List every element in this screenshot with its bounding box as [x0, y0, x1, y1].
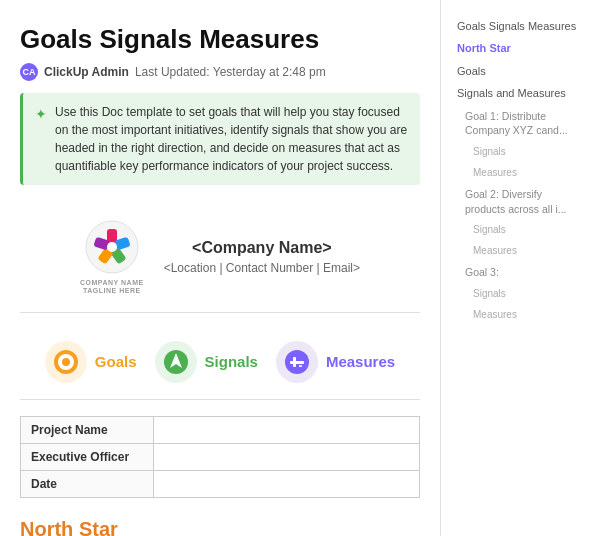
info-box: ✦ Use this Doc template to set goals tha… [20, 93, 420, 185]
avatar: CA [20, 63, 38, 81]
info-table: Project NameExecutive OfficerDate [20, 416, 420, 498]
table-row: Executive Officer [21, 443, 420, 470]
signals-icon [162, 348, 190, 376]
page-title: Goals Signals Measures [20, 24, 420, 55]
company-info: <Company Name> <Location | Contact Numbe… [164, 239, 360, 275]
icons-row: Goals Signals Measures [20, 329, 420, 400]
measures-label: Measures [326, 353, 395, 370]
sidebar-item[interactable]: North Star [451, 38, 590, 59]
svg-point-6 [107, 242, 117, 252]
sidebar-item[interactable]: Goals Signals Measures [451, 16, 590, 37]
sidebar-item[interactable]: Goal 1: Distribute Company XYZ cand... [451, 106, 590, 141]
sidebar-item[interactable]: Signals and Measures [451, 83, 590, 104]
author-name: ClickUp Admin [44, 65, 129, 79]
meta-row: CA ClickUp Admin Last Updated: Yesterday… [20, 63, 420, 81]
sidebar-item[interactable]: Signals [451, 284, 590, 304]
table-value [154, 443, 420, 470]
sidebar-item[interactable]: Goals [451, 61, 590, 82]
company-details: <Location | Contact Number | Email> [164, 261, 360, 275]
last-updated: Last Updated: Yesterday at 2:48 pm [135, 65, 326, 79]
sidebar-item[interactable]: Measures [451, 305, 590, 325]
table-value [154, 470, 420, 497]
signals-label: Signals [205, 353, 258, 370]
logo-text: COMPANY NAME TAGLINE HERE [80, 279, 144, 296]
svg-rect-19 [299, 365, 302, 367]
info-icon: ✦ [35, 104, 47, 175]
measures-circle [276, 341, 318, 383]
table-label: Date [21, 470, 154, 497]
svg-point-9 [62, 358, 70, 366]
company-card: COMPANY NAME TAGLINE HERE <Company Name>… [20, 203, 420, 313]
sidebar-item[interactable]: Measures [451, 241, 590, 261]
measures-icon-item: Measures [276, 341, 395, 383]
table-row: Project Name [21, 416, 420, 443]
logo-svg [84, 219, 140, 275]
company-name: <Company Name> [164, 239, 360, 257]
svg-rect-18 [293, 357, 296, 367]
table-label: Project Name [21, 416, 154, 443]
svg-rect-1 [107, 229, 117, 243]
table-row: Date [21, 470, 420, 497]
sidebar: Goals Signals MeasuresNorth StarGoalsSig… [440, 0, 600, 536]
measures-icon [283, 348, 311, 376]
sidebar-item[interactable]: Measures [451, 163, 590, 183]
north-star-title: North Star [20, 518, 420, 536]
goals-icon-item: Goals [45, 341, 137, 383]
goals-label: Goals [95, 353, 137, 370]
goals-circle [45, 341, 87, 383]
table-label: Executive Officer [21, 443, 154, 470]
signals-icon-item: Signals [155, 341, 258, 383]
sidebar-item[interactable]: Signals [451, 142, 590, 162]
signals-circle [155, 341, 197, 383]
main-content: Goals Signals Measures CA ClickUp Admin … [0, 0, 440, 536]
info-box-text: Use this Doc template to set goals that … [55, 103, 408, 175]
sidebar-item[interactable]: Goal 2: Diversify products across all i.… [451, 184, 590, 219]
goals-icon [52, 348, 80, 376]
sidebar-item[interactable]: Goal 3: [451, 262, 590, 283]
sidebar-item[interactable]: Signals [451, 220, 590, 240]
table-value [154, 416, 420, 443]
svg-rect-17 [290, 361, 304, 364]
company-logo: COMPANY NAME TAGLINE HERE [80, 219, 144, 296]
